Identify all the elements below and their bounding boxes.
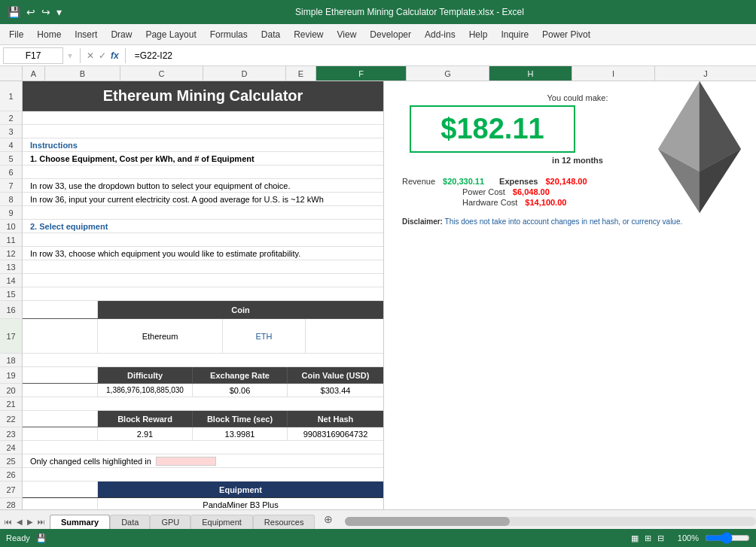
coin-ethereum: Ethereum: [142, 332, 178, 341]
col-header-h[interactable]: H: [489, 66, 572, 81]
add-sheet-button[interactable]: ⊕: [318, 511, 339, 527]
scrollbar-thumb[interactable]: [345, 517, 509, 526]
row-num-20: 20: [0, 384, 22, 397]
row-num-2: 2: [0, 111, 22, 125]
menu-help[interactable]: Help: [463, 26, 494, 43]
formula-bar: ▾ ✕ ✓ fx: [0, 45, 756, 66]
net-hash-value: 99083169064732: [303, 430, 368, 439]
row-num-14: 14: [0, 274, 22, 287]
row-num-17: 17: [0, 319, 22, 354]
horizontal-scrollbar[interactable]: [345, 517, 756, 526]
block-reward-value: 2.91: [137, 430, 153, 439]
status-view-page[interactable]: ⊞: [645, 533, 651, 543]
changed-cells-note: Only changed cells highlighted in: [30, 457, 151, 466]
revenue-value: $20,330.11: [443, 177, 484, 186]
status-ready: Ready: [6, 533, 30, 542]
tab-data[interactable]: Data: [110, 515, 150, 529]
status-save-icon: 💾: [36, 533, 47, 543]
formula-fx-icon[interactable]: fx: [111, 50, 119, 61]
title-bar: 💾 ↩ ↪ ▾ Simple Ethereum Mining Calculato…: [0, 0, 756, 24]
menu-inquire[interactable]: Inquire: [495, 26, 535, 43]
menu-power-pivot[interactable]: Power Pivot: [536, 26, 596, 43]
instruction-3: In row 36, input your current electricit…: [30, 195, 324, 204]
col-header-a[interactable]: A: [23, 66, 45, 81]
coinvalue-value: $303.44: [321, 386, 351, 395]
tab-nav-first[interactable]: ⏮: [3, 516, 14, 527]
power-cost-label: Power Cost: [462, 187, 505, 196]
equipment-value: PandaMiner B3 Plus: [203, 500, 278, 509]
redo-icon[interactable]: ↪: [40, 5, 52, 20]
formula-input[interactable]: [132, 49, 753, 62]
row-num-8: 8: [0, 193, 22, 206]
menu-developer[interactable]: Developer: [364, 26, 417, 43]
col-header-c[interactable]: C: [120, 66, 203, 81]
exchange-value: $0.06: [230, 386, 251, 395]
col-header-f[interactable]: F: [316, 66, 407, 81]
tab-nav-next[interactable]: ▶: [26, 516, 35, 527]
menu-home[interactable]: Home: [31, 26, 67, 43]
status-view-break[interactable]: ⊟: [657, 533, 664, 543]
row-num-11: 11: [0, 233, 22, 247]
title-bar-icons[interactable]: 💾 ↩ ↪ ▾: [6, 5, 63, 20]
profit-box: $182.11: [410, 105, 575, 153]
row-num-28: 28: [0, 498, 22, 509]
save-icon[interactable]: 💾: [6, 5, 22, 20]
instruction-4: 2. Select equipment: [30, 222, 108, 231]
block-time-header: Block Time (sec): [207, 415, 273, 424]
status-view-normal[interactable]: ▦: [631, 533, 639, 543]
formula-confirm-icon[interactable]: ✓: [99, 50, 106, 61]
row-num-16: 16: [0, 301, 22, 319]
formula-cancel-icon[interactable]: ✕: [87, 50, 94, 61]
row-num-24: 24: [0, 441, 22, 454]
exchange-header: Exchange Rate: [210, 371, 270, 380]
coin-header: Coin: [231, 305, 249, 315]
row-num-6: 6: [0, 166, 22, 179]
tab-resources[interactable]: Resources: [253, 515, 316, 529]
row-num-22: 22: [0, 411, 22, 427]
col-header-g[interactable]: G: [407, 66, 489, 81]
row-num-23: 23: [0, 427, 22, 441]
tab-equipment[interactable]: Equipment: [191, 515, 253, 529]
menu-data[interactable]: Data: [255, 26, 286, 43]
expenses-value: $20,148.00: [545, 177, 587, 186]
equipment-header: Equipment: [219, 485, 262, 494]
col-header-b[interactable]: B: [45, 66, 120, 81]
coin-eth-symbol: ETH: [256, 332, 273, 341]
row-num-7: 7: [0, 179, 22, 193]
tab-nav-prev[interactable]: ◀: [15, 516, 24, 527]
menu-bar: File Home Insert Draw Page Layout Formul…: [0, 24, 756, 45]
tab-nav-last[interactable]: ⏭: [36, 516, 47, 527]
difficulty-header: Difficulty: [127, 371, 163, 380]
power-cost-value: $6,048.00: [513, 187, 550, 196]
disclaimer: Disclaimer: This does not take into acco…: [402, 217, 688, 226]
status-bar: Ready 💾 ▦ ⊞ ⊟ 100%: [0, 529, 756, 547]
more-icon[interactable]: ▾: [55, 5, 63, 20]
cell-reference[interactable]: [3, 47, 63, 64]
menu-draw[interactable]: Draw: [105, 26, 138, 43]
row-num-5: 5: [0, 152, 22, 166]
col-header-d[interactable]: D: [203, 66, 286, 81]
tab-summary[interactable]: Summary: [50, 515, 110, 529]
zoom-slider[interactable]: [705, 535, 750, 541]
tab-gpu[interactable]: GPU: [150, 515, 191, 529]
menu-addins[interactable]: Add-ins: [419, 26, 462, 43]
menu-file[interactable]: File: [3, 26, 29, 43]
row-num-25: 25: [0, 454, 22, 468]
menu-formulas[interactable]: Formulas: [204, 26, 254, 43]
menu-page-layout[interactable]: Page Layout: [139, 26, 202, 43]
spreadsheet-title: Ethereum Mining Calculator: [103, 87, 303, 105]
row-num-1: 1: [0, 81, 22, 111]
undo-icon[interactable]: ↩: [25, 5, 37, 20]
profit-amount: $182.11: [440, 113, 544, 144]
coinvalue-header: Coin Value (USD): [302, 371, 370, 380]
col-header-i[interactable]: I: [572, 66, 655, 81]
col-header-j[interactable]: J: [655, 66, 756, 81]
menu-review[interactable]: Review: [288, 26, 329, 43]
instruction-1: 1. Choose Equipment, Cost per kWh, and #…: [30, 154, 255, 163]
menu-insert[interactable]: Insert: [69, 26, 103, 43]
row-num-26: 26: [0, 468, 22, 482]
row-num-13: 13: [0, 260, 22, 274]
col-header-e[interactable]: E: [286, 66, 316, 81]
window-title: Simple Ethereum Mining Calculator Templa…: [69, 7, 750, 17]
menu-view[interactable]: View: [331, 26, 363, 43]
